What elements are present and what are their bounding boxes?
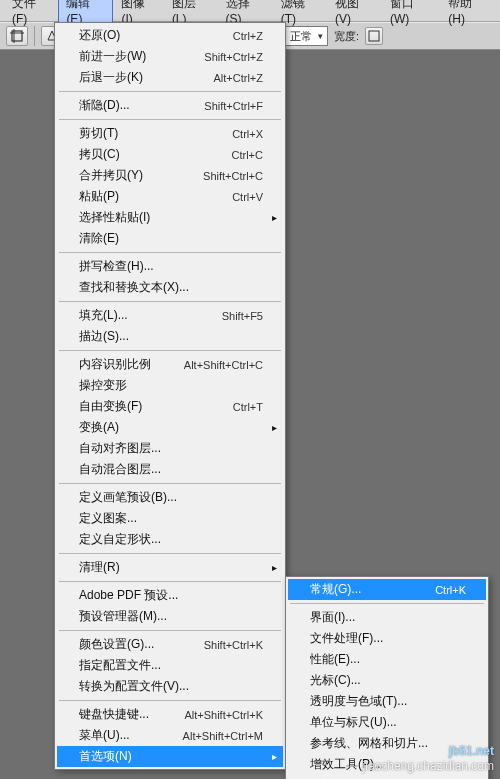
menubar-item[interactable]: 帮助(H) <box>440 0 496 28</box>
menu-item-label: 单位与标尺(U)... <box>310 714 466 731</box>
edit-menu-item[interactable]: 定义图案... <box>57 508 283 529</box>
menu-item-label: 自由变换(F) <box>79 398 223 415</box>
edit-menu-item[interactable]: 粘贴(P)Ctrl+V <box>57 186 283 207</box>
menu-item-label: 合并拷贝(Y) <box>79 167 193 184</box>
menu-separator <box>59 350 281 351</box>
menu-separator <box>59 581 281 582</box>
edit-menu-item[interactable]: 首选项(N)▸ <box>57 746 283 767</box>
chevron-right-icon: ▸ <box>272 751 277 762</box>
menu-item-shortcut: Ctrl+X <box>232 128 263 140</box>
swatch-button[interactable] <box>365 27 383 45</box>
menu-item-shortcut: Ctrl+C <box>232 149 263 161</box>
edit-menu-item[interactable]: 变换(A)▸ <box>57 417 283 438</box>
edit-menu-item[interactable]: 自动对齐图层... <box>57 438 283 459</box>
prefs-menu-item[interactable]: 光标(C)... <box>288 670 486 691</box>
menu-item-shortcut: Ctrl+V <box>232 191 263 203</box>
menubar-item[interactable]: 窗口(W) <box>382 0 440 28</box>
edit-menu-item[interactable]: 内容识别比例Alt+Shift+Ctrl+C <box>57 354 283 375</box>
chevron-right-icon: ▸ <box>272 212 277 223</box>
edit-menu-item[interactable]: 自由变换(F)Ctrl+T <box>57 396 283 417</box>
menu-item-label: 常规(G)... <box>310 581 425 598</box>
square-icon <box>368 30 380 42</box>
menu-separator <box>59 301 281 302</box>
menu-separator <box>59 252 281 253</box>
edit-menu-item[interactable]: 拼写检查(H)... <box>57 256 283 277</box>
edit-menu-item[interactable]: 合并拷贝(Y)Shift+Ctrl+C <box>57 165 283 186</box>
menu-item-label: 变换(A) <box>79 419 263 436</box>
menu-separator <box>59 553 281 554</box>
menu-item-label: 前进一步(W) <box>79 48 194 65</box>
edit-menu-item[interactable]: 填充(L)...Shift+F5 <box>57 305 283 326</box>
edit-menu-item[interactable]: 还原(O)Ctrl+Z <box>57 25 283 46</box>
edit-menu-item[interactable]: 前进一步(W)Shift+Ctrl+Z <box>57 46 283 67</box>
menu-item-label: 清理(R) <box>79 559 263 576</box>
watermark: jb51.net jiaocheng.chazidian.com <box>363 744 494 775</box>
edit-menu-item[interactable]: 键盘快捷键...Alt+Shift+Ctrl+K <box>57 704 283 725</box>
edit-menu-item[interactable]: 预设管理器(M)... <box>57 606 283 627</box>
menu-item-label: 还原(O) <box>79 27 223 44</box>
edit-menu-item[interactable]: 拷贝(C)Ctrl+C <box>57 144 283 165</box>
edit-menu-item[interactable]: 颜色设置(G)...Shift+Ctrl+K <box>57 634 283 655</box>
menu-item-shortcut: Shift+F5 <box>222 310 263 322</box>
edit-menu-item[interactable]: 自动混合图层... <box>57 459 283 480</box>
menu-item-label: 自动对齐图层... <box>79 440 263 457</box>
edit-menu-item[interactable]: 选择性粘贴(I)▸ <box>57 207 283 228</box>
svg-rect-4 <box>369 31 379 41</box>
watermark-brand: jb51.net <box>449 744 494 758</box>
menu-item-label: 性能(E)... <box>310 651 466 668</box>
width-label: 宽度: <box>334 29 359 44</box>
edit-menu-item[interactable]: 转换为配置文件(V)... <box>57 676 283 697</box>
menu-item-label: 键盘快捷键... <box>79 706 174 723</box>
menubar-item[interactable]: 视图(V) <box>327 0 382 28</box>
prefs-menu-item[interactable]: 文字(Y)... <box>288 775 486 779</box>
menu-item-label: 剪切(T) <box>79 125 222 142</box>
prefs-menu-item[interactable]: 单位与标尺(U)... <box>288 712 486 733</box>
menubar-item[interactable]: 文件(F) <box>4 0 58 28</box>
edit-menu-item[interactable]: 定义画笔预设(B)... <box>57 487 283 508</box>
menu-separator <box>59 119 281 120</box>
menu-item-label: 填充(L)... <box>79 307 212 324</box>
blend-mode-select[interactable]: 正常 ▾ <box>285 26 328 46</box>
menu-item-shortcut: Alt+Shift+Ctrl+C <box>184 359 263 371</box>
tool-preset-button[interactable] <box>6 26 28 46</box>
menu-item-shortcut: Shift+Ctrl+Z <box>204 51 263 63</box>
prefs-menu-item[interactable]: 性能(E)... <box>288 649 486 670</box>
menu-item-label: 菜单(U)... <box>79 727 173 744</box>
prefs-menu-item[interactable]: 常规(G)...Ctrl+K <box>288 579 486 600</box>
edit-menu-item[interactable]: 描边(S)... <box>57 326 283 347</box>
edit-menu-item[interactable]: 剪切(T)Ctrl+X <box>57 123 283 144</box>
menu-item-label: 定义自定形状... <box>79 531 263 548</box>
menu-item-label: 光标(C)... <box>310 672 466 689</box>
prefs-menu-item[interactable]: 透明度与色域(T)... <box>288 691 486 712</box>
edit-menu-item[interactable]: 渐隐(D)...Shift+Ctrl+F <box>57 95 283 116</box>
edit-menu-item[interactable]: 后退一步(K)Alt+Ctrl+Z <box>57 67 283 88</box>
prefs-menu-item[interactable]: 界面(I)... <box>288 607 486 628</box>
menu-item-label: 后退一步(K) <box>79 69 203 86</box>
menu-item-label: 定义图案... <box>79 510 263 527</box>
edit-menu-item[interactable]: 菜单(U)...Alt+Shift+Ctrl+M <box>57 725 283 746</box>
edit-menu-item[interactable]: Adobe PDF 预设... <box>57 585 283 606</box>
menu-item-shortcut: Shift+Ctrl+K <box>204 639 263 651</box>
edit-menu-item[interactable]: 查找和替换文本(X)... <box>57 277 283 298</box>
menu-item-label: 操控变形 <box>79 377 263 394</box>
edit-menu-dropdown: 还原(O)Ctrl+Z前进一步(W)Shift+Ctrl+Z后退一步(K)Alt… <box>54 22 286 770</box>
menu-item-label: 界面(I)... <box>310 609 466 626</box>
menu-item-label: 转换为配置文件(V)... <box>79 678 263 695</box>
menu-item-label: 文件处理(F)... <box>310 630 466 647</box>
edit-menu-item[interactable]: 指定配置文件... <box>57 655 283 676</box>
edit-menu-item[interactable]: 定义自定形状... <box>57 529 283 550</box>
menu-item-shortcut: Shift+Ctrl+F <box>204 100 263 112</box>
menu-separator <box>59 700 281 701</box>
chevron-right-icon: ▸ <box>272 562 277 573</box>
menu-item-shortcut: Ctrl+T <box>233 401 263 413</box>
edit-menu-item[interactable]: 操控变形 <box>57 375 283 396</box>
prefs-menu-item[interactable]: 文件处理(F)... <box>288 628 486 649</box>
edit-menu-item[interactable]: 清理(R)▸ <box>57 557 283 578</box>
menu-item-label: 查找和替换文本(X)... <box>79 279 263 296</box>
menu-item-shortcut: Alt+Shift+Ctrl+K <box>184 709 263 721</box>
menu-item-shortcut: Alt+Shift+Ctrl+M <box>183 730 263 742</box>
menu-item-label: 拷贝(C) <box>79 146 222 163</box>
crop-icon <box>10 29 24 43</box>
edit-menu-item[interactable]: 清除(E) <box>57 228 283 249</box>
menu-item-label: 颜色设置(G)... <box>79 636 194 653</box>
